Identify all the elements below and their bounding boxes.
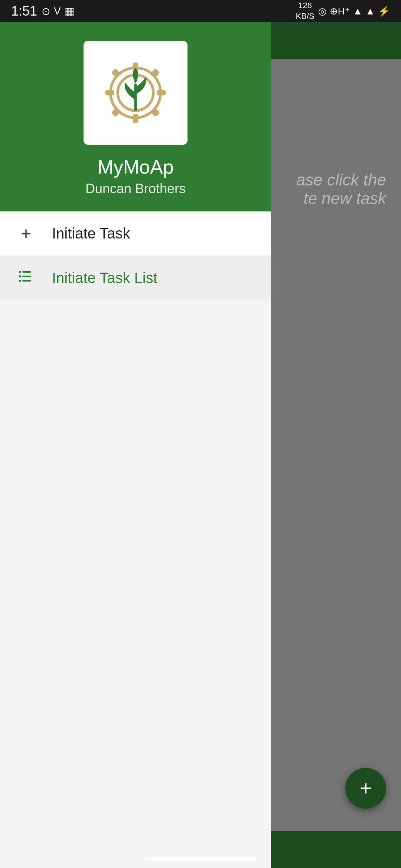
svg-point-15	[19, 275, 21, 277]
fab-plus-icon: +	[360, 778, 372, 799]
translate-icon: V	[54, 5, 61, 17]
home-indicator	[145, 858, 256, 861]
app-logo	[91, 48, 180, 137]
status-bar-left: 1:51 ⊙ V ▦	[11, 3, 74, 19]
drawer-header: MyMoAp Duncan Brothers	[0, 22, 271, 211]
gallery-icon: ▦	[65, 5, 74, 17]
status-bar: 1:51 ⊙ V ▦ 126KB/S ◎ ⊕H⁺ ▲ ▲ ⚡	[0, 0, 401, 22]
initiate-task-list-label: Initiate Task List	[52, 270, 157, 286]
svg-rect-13	[22, 280, 31, 282]
navigation-drawer: MyMoAp Duncan Brothers + Initiate Task	[0, 22, 271, 868]
svg-point-14	[19, 271, 21, 273]
svg-rect-3	[133, 114, 138, 123]
battery-icon: ⚡	[378, 6, 390, 17]
status-time: 1:51	[11, 3, 37, 19]
svg-rect-11	[22, 271, 31, 273]
initiate-task-label: Initiate Task	[52, 225, 130, 242]
status-right-icons: ◎ ⊕H⁺ ▲ ▲ ⚡	[318, 6, 390, 17]
wifi-icon: ◎	[318, 6, 327, 17]
drawer-menu: + Initiate Task Initiate Task List	[0, 211, 271, 868]
menu-item-initiate-task[interactable]: + Initiate Task	[0, 211, 271, 256]
svg-rect-12	[22, 276, 31, 277]
app-logo-container	[84, 41, 188, 145]
sim-icon: ⊙	[42, 5, 50, 17]
signal-boost-icon: ⊕H⁺	[330, 6, 350, 17]
svg-rect-4	[105, 90, 114, 95]
app-subtitle: Duncan Brothers	[85, 181, 186, 197]
fab-add-button[interactable]: +	[345, 768, 386, 809]
plus-icon: +	[15, 223, 37, 244]
status-icons: ⊙ V ▦	[42, 5, 74, 17]
list-icon	[15, 268, 37, 288]
signal-icon: ▲	[353, 6, 363, 17]
app-name: MyMoAp	[97, 156, 173, 178]
menu-item-initiate-task-list[interactable]: Initiate Task List	[0, 256, 271, 300]
signal2-icon: ▲	[365, 6, 375, 17]
network-speed: 126KB/S	[296, 0, 314, 22]
background-prompt-text: ase click thete new task	[296, 171, 386, 208]
status-bar-right: 126KB/S ◎ ⊕H⁺ ▲ ▲ ⚡	[296, 0, 390, 22]
svg-point-16	[19, 280, 21, 282]
svg-rect-5	[157, 90, 166, 95]
